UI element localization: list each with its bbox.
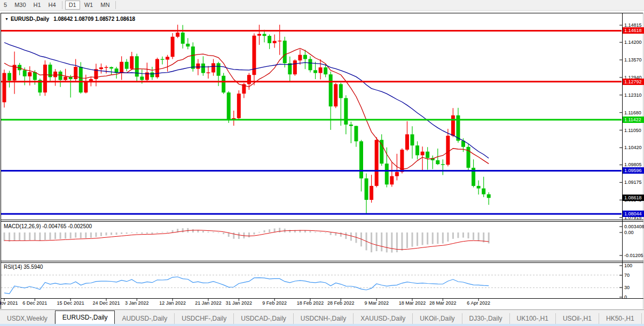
tab-usdchf-daily[interactable]: USDCHF-,Daily <box>175 313 234 324</box>
macd-histogram-bar <box>116 232 117 235</box>
candle-body <box>237 94 241 118</box>
macd-histogram-bar <box>223 232 224 234</box>
price-tick-label: 1.12310 <box>624 92 642 98</box>
macd-histogram-bar <box>345 232 347 239</box>
candle-body <box>28 72 32 76</box>
candle-body <box>436 160 439 164</box>
tab-usdcad-daily[interactable]: USDCAD-,Daily <box>234 313 294 324</box>
current-price-tag: 1.08618 <box>623 195 644 201</box>
candle-body <box>155 59 159 77</box>
candle-body <box>99 67 103 69</box>
date-tick-label: 18 Mar 2022 <box>399 300 426 306</box>
candle-body <box>53 72 57 77</box>
macd-histogram-bar <box>253 232 255 235</box>
macd-rsi-splitter-a <box>1 261 643 261</box>
tab-uk100-h1[interactable]: UK100-,H1 <box>510 313 556 324</box>
candle-body <box>487 195 491 198</box>
tab-xauusd-daily[interactable]: XAUUSD-,Daily <box>354 313 413 324</box>
tab-usdcnh-daily[interactable]: USDCNH-,Daily <box>294 313 354 324</box>
price-axis-border <box>622 13 623 299</box>
candle-body <box>74 67 77 79</box>
tab-eurusd-daily[interactable]: EURUSD-,Daily <box>55 311 115 324</box>
macd-histogram-bar <box>452 232 454 239</box>
date-tick-label: 24 Dec 2021 <box>92 300 120 306</box>
tab-hk50-h1[interactable]: HK50-,H1 <box>599 313 642 324</box>
tab-audusd-daily[interactable]: AUDUSD-,Daily <box>115 313 175 324</box>
macd-histogram-bar <box>202 231 204 232</box>
macd-histogram-bar <box>111 232 112 235</box>
tab-dj30-daily[interactable]: DJ30-,Daily <box>462 313 510 324</box>
macd-histogram-bar <box>14 232 15 241</box>
macd-histogram-bar <box>213 232 214 232</box>
candle-body <box>191 46 195 69</box>
candle-body <box>451 115 455 136</box>
candle-body <box>125 62 129 69</box>
candle-body <box>257 34 261 36</box>
date-tick-label: 9 Feb 2022 <box>262 300 287 306</box>
candle-body <box>359 141 363 178</box>
candle-body <box>186 44 190 46</box>
candle-body <box>446 136 450 165</box>
macd-histogram-bar <box>264 230 265 232</box>
candle-body <box>349 125 353 126</box>
date-tick-label: 6 Dec 2021 <box>22 300 47 306</box>
tab-ukoil-daily[interactable]: UKOil-,Daily <box>413 313 462 324</box>
macd-histogram-bar <box>406 232 408 248</box>
price-tick-label: 1.14200 <box>624 40 642 45</box>
chevron-down-icon[interactable]: ▼ <box>5 17 9 21</box>
price-level-tag: 1.09596 <box>623 167 644 174</box>
candle-body <box>222 76 225 92</box>
candle-body <box>7 73 11 81</box>
candle-body <box>64 77 67 80</box>
macd-histogram-bar <box>320 232 321 232</box>
macd-histogram-bar <box>151 232 153 234</box>
macd-histogram-bar <box>478 232 480 241</box>
tab-usoil-h1[interactable]: USOil-,H1 <box>556 313 599 324</box>
candle-body <box>263 34 266 36</box>
macd-histogram-bar <box>289 230 290 232</box>
candle-body <box>411 134 414 145</box>
candle-body <box>380 140 383 164</box>
candle-body <box>135 56 139 76</box>
main-macd-splitter-b <box>1 221 643 222</box>
chart-window-left-border <box>1 13 1 309</box>
candle-body <box>477 186 481 189</box>
tab-scroll-left-icon[interactable]: ◄ <box>642 315 644 320</box>
candle-body <box>3 73 6 103</box>
macd-histogram-bar <box>70 232 72 238</box>
rsi-title: RSI(14) <box>4 264 22 270</box>
date-tick-label: 15 Dec 2021 <box>57 300 84 306</box>
candle-body <box>288 63 292 74</box>
price-level-tag: 1.14618 <box>623 27 644 34</box>
macd-histogram-bar <box>330 232 332 235</box>
candle-body <box>181 33 185 44</box>
candle-body <box>84 81 88 92</box>
macd-histogram-bar <box>24 232 26 240</box>
candle-body <box>278 41 281 41</box>
macd-histogram-bar <box>442 232 444 244</box>
candle-body <box>370 186 373 200</box>
macd-histogram-bar <box>95 232 97 237</box>
tab-usdx-weekly[interactable]: USDX,Weekly <box>0 313 55 324</box>
macd-histogram-bar <box>4 232 5 241</box>
candle-body <box>201 64 205 73</box>
macd-histogram-bar <box>34 232 36 240</box>
candle-body <box>303 55 307 59</box>
macd-histogram-bar <box>412 232 413 247</box>
date-tick-label: 21 Jan 2022 <box>195 300 222 306</box>
macd-histogram-bar <box>65 232 66 239</box>
macd-histogram-bar <box>49 232 51 239</box>
price-chart-canvas[interactable] <box>0 0 644 326</box>
price-tick-label: 1.10420 <box>624 145 642 150</box>
candle-body <box>79 67 83 92</box>
macd-histogram-bar <box>310 231 311 232</box>
macd-histogram-bar <box>192 229 194 232</box>
candle-body <box>329 74 333 106</box>
candle-body <box>150 73 154 77</box>
chart-ohlc-values: 1.08642 1.08709 1.08572 1.08618 <box>53 16 135 22</box>
macd-histogram-bar <box>39 232 41 241</box>
macd-histogram-bar <box>131 232 132 233</box>
macd-histogram-bar <box>468 232 469 238</box>
candle-body <box>105 67 108 68</box>
macd-histogram-bar <box>432 232 434 244</box>
